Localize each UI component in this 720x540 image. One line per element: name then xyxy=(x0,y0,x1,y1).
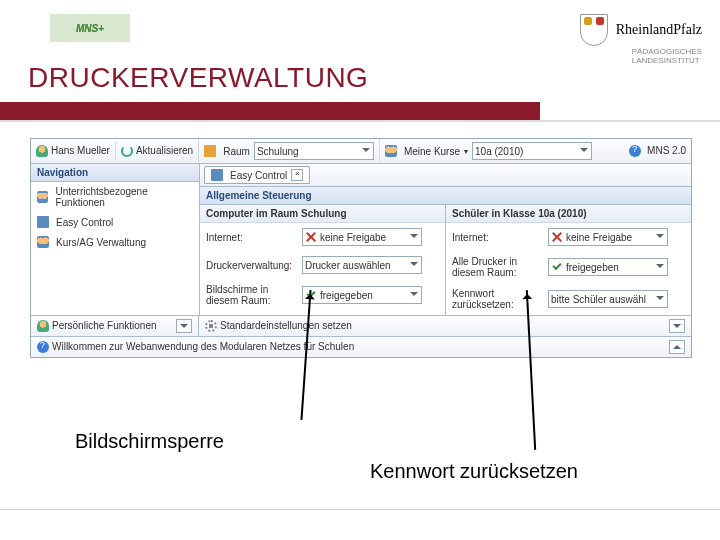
field-password-reset: Kennwort zurücksetzen: bitte Schüler aus… xyxy=(446,283,691,315)
shield-icon xyxy=(580,14,608,46)
app-window: Hans Mueller Aktualisieren Raum Schulung… xyxy=(30,138,692,358)
current-user: Hans Mueller xyxy=(31,142,115,160)
refresh-icon xyxy=(121,145,133,157)
password-value: bitte Schüler auswähl xyxy=(551,294,646,305)
internet-value: keine Freigabe xyxy=(320,232,386,243)
courses-label: Meine Kurse xyxy=(404,146,460,157)
field-screen-room: Bildschirme in diesem Raum: freigegeben xyxy=(200,279,445,311)
chevron-up-icon[interactable] xyxy=(669,340,685,354)
monitor-icon xyxy=(37,216,49,228)
tab-bar: Easy Control × xyxy=(200,164,691,187)
col-room-header: Computer im Raum Schulung xyxy=(200,205,445,223)
sidebar-item-kurs[interactable]: Kurs/AG Verwaltung xyxy=(31,232,199,252)
chevron-down-icon[interactable] xyxy=(176,319,192,333)
course-selector: Meine Kurse ▾ 10a (2010) xyxy=(379,139,597,163)
users-icon xyxy=(37,191,48,203)
column-students: Schüler in Klasse 10a (2010) Internet: k… xyxy=(446,205,691,315)
room-label: Raum xyxy=(223,146,250,157)
field-printer-room: Druckerverwaltung: Drucker auswählen xyxy=(200,251,445,279)
footer-row: Persönliche Funktionen Standardeinstellu… xyxy=(31,315,691,336)
printer-students-dropdown[interactable]: freigegeben xyxy=(548,258,668,276)
info-icon xyxy=(37,341,49,353)
app-body: Navigation Unterrichtsbezogene Funktione… xyxy=(31,164,691,315)
refresh-label: Aktualisieren xyxy=(136,145,193,156)
brand-label: MNS 2.0 xyxy=(647,145,686,156)
rp-sub2: LANDESINSTITUT xyxy=(632,57,702,66)
bottom-divider xyxy=(0,509,720,510)
sidebar-item-label: Unterrichtsbezogene Funktionen xyxy=(55,186,193,208)
user-icon xyxy=(36,145,48,157)
tab-easycontrol[interactable]: Easy Control × xyxy=(204,166,310,184)
x-icon xyxy=(305,231,317,243)
printer-value: Drucker auswählen xyxy=(305,260,391,271)
app-brand: MNS 2.0 xyxy=(624,142,691,160)
folder-icon xyxy=(204,145,216,157)
screen-label: Bildschirme in diesem Raum: xyxy=(206,284,296,306)
top-toolbar: Hans Mueller Aktualisieren Raum Schulung… xyxy=(31,139,691,164)
internet-label: Internet: xyxy=(452,232,542,243)
screen-room-dropdown[interactable]: freigegeben xyxy=(302,286,422,304)
section-header: Allgemeine Steuerung xyxy=(200,187,691,205)
field-printer-students: Alle Drucker in diesem Raum: freigegeben xyxy=(446,251,691,283)
x-icon xyxy=(551,231,563,243)
status-bar: Willkommen zur Webanwendung des Modulare… xyxy=(31,336,691,357)
help-icon[interactable] xyxy=(629,145,641,157)
tab-label: Easy Control xyxy=(230,170,287,181)
field-internet-students: Internet: keine Freigabe xyxy=(446,223,691,251)
printer-label: Druckerverwaltung: xyxy=(206,260,296,271)
rp-logo: RheinlandPfalz xyxy=(580,14,702,46)
sidebar-item-easycontrol[interactable]: Easy Control xyxy=(31,212,199,232)
caption-bildschirmsperre: Bildschirmsperre xyxy=(75,430,224,453)
mns-logo-text: MNS+ xyxy=(76,23,104,34)
main-footer[interactable]: Standardeinstellungen setzen xyxy=(199,315,691,336)
dropdown-caret-icon[interactable]: ▾ xyxy=(464,147,468,156)
nav-header: Navigation xyxy=(31,164,199,182)
printer-label: Alle Drucker in diesem Raum: xyxy=(452,256,542,278)
toolbar-spacer xyxy=(597,148,624,154)
room-value: Schulung xyxy=(257,146,299,157)
sidebar-footer-label: Persönliche Funktionen xyxy=(52,320,157,331)
refresh-button[interactable]: Aktualisieren xyxy=(115,142,198,160)
printer-room-dropdown[interactable]: Drucker auswählen xyxy=(302,256,422,274)
user-name: Hans Mueller xyxy=(51,145,110,156)
internet-room-dropdown[interactable]: keine Freigabe xyxy=(302,228,422,246)
internet-value: keine Freigabe xyxy=(566,232,632,243)
course-value: 10a (2010) xyxy=(475,146,523,157)
room-dropdown[interactable]: Schulung xyxy=(254,142,374,160)
main-footer-label: Standardeinstellungen setzen xyxy=(220,320,352,331)
user-icon xyxy=(37,320,49,332)
title-bar xyxy=(0,102,540,120)
users-icon xyxy=(37,236,49,248)
password-reset-dropdown[interactable]: bitte Schüler auswähl xyxy=(548,290,668,308)
main-panel: Easy Control × Allgemeine Steuerung Comp… xyxy=(200,164,691,315)
status-text: Willkommen zur Webanwendung des Modulare… xyxy=(52,341,354,352)
screen-value: freigegeben xyxy=(320,290,373,301)
page-title: DRUCKERVERWALTUNG xyxy=(28,62,368,94)
monitor-icon xyxy=(211,169,223,181)
mns-logo: MNS+ xyxy=(50,14,130,42)
title-bar-light xyxy=(0,120,720,122)
internet-students-dropdown[interactable]: keine Freigabe xyxy=(548,228,668,246)
sidebar: Navigation Unterrichtsbezogene Funktione… xyxy=(31,164,200,315)
column-room: Computer im Raum Schulung Internet: kein… xyxy=(200,205,446,315)
sidebar-item-funktionen[interactable]: Unterrichtsbezogene Funktionen xyxy=(31,182,199,212)
sidebar-spacer xyxy=(31,252,199,292)
rp-subtitle: PÄDAGOGISCHES LANDESINSTITUT xyxy=(632,48,702,66)
rp-brand-text: RheinlandPfalz xyxy=(616,22,702,38)
caption-kennwort: Kennwort zurücksetzen xyxy=(370,460,578,483)
course-dropdown[interactable]: 10a (2010) xyxy=(472,142,592,160)
chevron-down-icon[interactable] xyxy=(669,319,685,333)
col-students-header: Schüler in Klasse 10a (2010) xyxy=(446,205,691,223)
gear-icon xyxy=(205,320,217,332)
printer-value: freigegeben xyxy=(566,262,619,273)
users-icon xyxy=(385,145,397,157)
sidebar-footer[interactable]: Persönliche Funktionen xyxy=(31,315,199,336)
field-internet-room: Internet: keine Freigabe xyxy=(200,223,445,251)
tab-close-button[interactable]: × xyxy=(291,169,303,181)
sidebar-item-label: Easy Control xyxy=(56,217,113,228)
room-selector: Raum Schulung xyxy=(198,139,379,163)
control-columns: Computer im Raum Schulung Internet: kein… xyxy=(200,205,691,315)
check-icon xyxy=(551,261,563,273)
internet-label: Internet: xyxy=(206,232,296,243)
sidebar-item-label: Kurs/AG Verwaltung xyxy=(56,237,146,248)
